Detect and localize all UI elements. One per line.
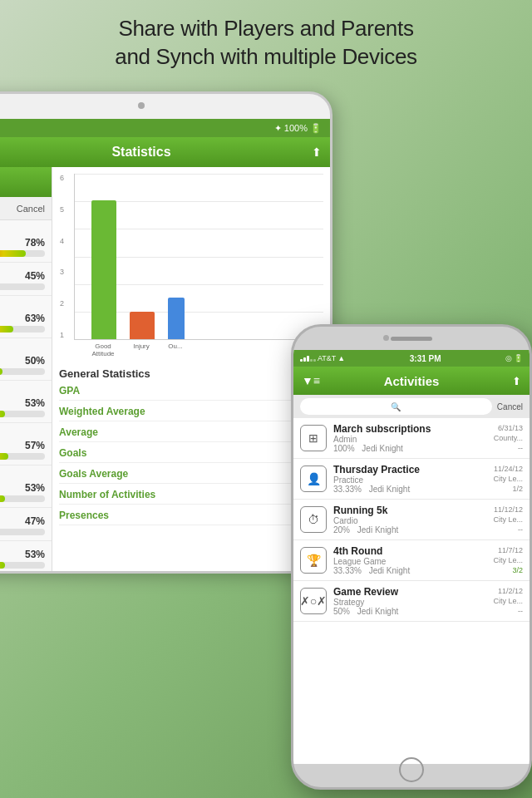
bar-fill-other (168, 298, 185, 339)
chart-y-labels: 6 5 4 3 2 1 (60, 174, 64, 339)
activity-meta-0: 6/31/13 County... -- (494, 424, 523, 452)
progress-fill-0 (0, 250, 26, 257)
chart-grid: 6 5 4 3 2 1 (74, 174, 323, 340)
sidebar-pct-5: 57% (0, 440, 45, 451)
activity-name-0: March subscriptions (333, 423, 487, 435)
activity-detail-2: 20% Jedi Knight (333, 525, 486, 534)
progress-bar-1 (0, 283, 45, 290)
ipad-statusbar: 12:55 PM ✦ 100% 🔋 (0, 119, 330, 137)
search-icon: 🔍 (391, 402, 401, 411)
ipad-sidebar: ⬆ Cancel all 78% 45% r 63% er 50% (0, 167, 52, 571)
progress-fill-3 (0, 368, 2, 375)
header-section: Share with Players and Parents and Synch… (0, 15, 532, 71)
iphone-battery-icon: 🔋 (514, 354, 523, 362)
activity-detail-4: 50% Jedi Knight (333, 607, 486, 616)
bar-injury (130, 312, 155, 339)
sidebar-item-2[interactable]: r 63% (0, 296, 52, 338)
progress-bar-5 (0, 453, 45, 460)
sidebar-item-8[interactable]: 53% (0, 541, 52, 571)
activity-meta-4: 11/2/12 City Le... -- (493, 587, 523, 615)
activity-item-4[interactable]: ✗○✗ Game Review Strategy 50% Jedi Knight… (293, 581, 530, 622)
bar-other (168, 298, 185, 339)
bar-fill-injury (130, 312, 155, 339)
activity-sub-3: League Game (333, 557, 486, 566)
sidebar-pct-6: 53% (0, 482, 45, 494)
stats-item-0[interactable]: GPA (59, 385, 323, 401)
iphone-speaker (391, 337, 432, 341)
iphone-device: AT&T ▲ 3:31 PM ◎ 🔋 ▼≡ Activities ⬆ 🔍 Can… (291, 324, 532, 790)
activity-meta-2: 11/12/12 City Le... -- (493, 505, 523, 534)
sidebar-cancel-bar: Cancel (0, 197, 52, 220)
iphone-status-left: AT&T ▲ (300, 354, 345, 362)
ipad-content: ⬆ Cancel all 78% 45% r 63% er 50% (0, 167, 330, 571)
activity-sub-1: Practice (333, 475, 486, 485)
stats-item-4[interactable]: Goals Average (59, 468, 323, 484)
sidebar-item-4[interactable]: els 53% (0, 381, 52, 423)
sidebar-item-1[interactable]: 45% (0, 263, 52, 296)
x-label-injury: Injury (129, 342, 154, 357)
progress-fill-4 (0, 411, 5, 417)
progress-fill-8 (0, 562, 5, 569)
iphone-camera (383, 335, 389, 341)
activity-item-2[interactable]: ⏱ Running 5k Cardio 20% Jedi Knight 11/1… (293, 500, 530, 540)
sidebar-item-3[interactable]: er 50% (0, 338, 52, 381)
filter-button[interactable]: ▼≡ (302, 374, 320, 387)
sidebar-pct-1: 45% (0, 270, 45, 282)
ipad-device: 12:55 PM ✦ 100% 🔋 Statistics ⬆ ⬆ Cancel (0, 91, 332, 574)
sidebar-pct-4: 53% (0, 397, 45, 409)
progress-fill-5 (0, 453, 8, 460)
ipad-camera (138, 102, 145, 109)
ipad-chart-area: 6 5 4 3 2 1 (52, 167, 330, 571)
sidebar-item-7[interactable]: 47% (0, 508, 52, 541)
ipad-battery: ✦ 100% 🔋 (274, 123, 322, 134)
activity-icon-0: ⊞ (300, 425, 327, 451)
sidebar-header: ⬆ (0, 167, 52, 197)
search-field[interactable]: 🔍 (300, 398, 492, 415)
sidebar-item-5[interactable]: g 57% (0, 423, 52, 466)
x-label-other: Ou... (167, 342, 184, 357)
bar-good-attitude (91, 200, 116, 339)
activity-sub-0: Admin (333, 435, 487, 444)
sidebar-item-0[interactable]: all 78% (0, 220, 52, 263)
location-icon: ◎ (505, 354, 512, 362)
stats-item-6[interactable]: Presences (59, 510, 323, 525)
sidebar-pct-7: 47% (0, 515, 45, 527)
sidebar-label-2: r (0, 301, 45, 310)
iphone-carrier: AT&T (318, 354, 336, 362)
sidebar-label-3: er (0, 343, 45, 352)
iphone-search-bar: 🔍 Cancel (293, 395, 530, 418)
stats-item-5[interactable]: Number of Activities (59, 489, 323, 505)
iphone-home-button[interactable] (399, 757, 424, 782)
stats-item-1[interactable]: Weighted Average (59, 406, 323, 421)
stats-section: General Statistics GPAWeighted AverageAv… (59, 364, 323, 534)
activity-item-0[interactable]: ⊞ March subscriptions Admin 100% Jedi Kn… (293, 418, 530, 459)
ipad-share-button[interactable]: ⬆ (312, 145, 322, 159)
activity-info-4: Game Review Strategy 50% Jedi Knight (333, 586, 486, 616)
sidebar-pct-0: 78% (0, 237, 45, 249)
stats-item-2[interactable]: Average (59, 426, 323, 442)
activity-meta-3: 11/7/12 City Le... 3/2 (493, 546, 523, 574)
signal-icon (300, 356, 316, 362)
search-cancel[interactable]: Cancel (497, 402, 523, 411)
activity-name-4: Game Review (333, 586, 486, 598)
progress-bar-7 (0, 529, 45, 535)
sidebar-label-0: all (0, 225, 45, 234)
activity-item-3[interactable]: 🏆 4th Round League Game 33.33% Jedi Knig… (293, 540, 530, 581)
iphone-screen: AT&T ▲ 3:31 PM ◎ 🔋 ▼≡ Activities ⬆ 🔍 Can… (293, 350, 530, 764)
activity-item-1[interactable]: 👤 Thursday Practice Practice 33.33% Jedi… (293, 459, 530, 500)
sidebar-items-list: all 78% 45% r 63% er 50% els 53% g 57% (0, 220, 52, 571)
ipad-screen: 12:55 PM ✦ 100% 🔋 Statistics ⬆ ⬆ Cancel (0, 119, 330, 571)
progress-bar-8 (0, 562, 45, 569)
activity-name-1: Thursday Practice (333, 464, 486, 475)
chart-x-labels: Good Attitude Injury Ou... (91, 342, 323, 357)
sidebar-pct-2: 63% (0, 313, 45, 324)
cancel-label[interactable]: Cancel (17, 204, 45, 214)
ipad-navbar: Statistics ⬆ (0, 137, 330, 167)
progress-bar-2 (0, 326, 45, 332)
activity-info-2: Running 5k Cardio 20% Jedi Knight (333, 505, 486, 534)
activity-list: ⊞ March subscriptions Admin 100% Jedi Kn… (293, 418, 530, 622)
iphone-share-button[interactable]: ⬆ (512, 375, 521, 387)
stats-item-3[interactable]: Goals (59, 447, 323, 463)
sidebar-item-6[interactable]: n 53% (0, 466, 52, 508)
activity-icon-1: 👤 (300, 466, 327, 492)
